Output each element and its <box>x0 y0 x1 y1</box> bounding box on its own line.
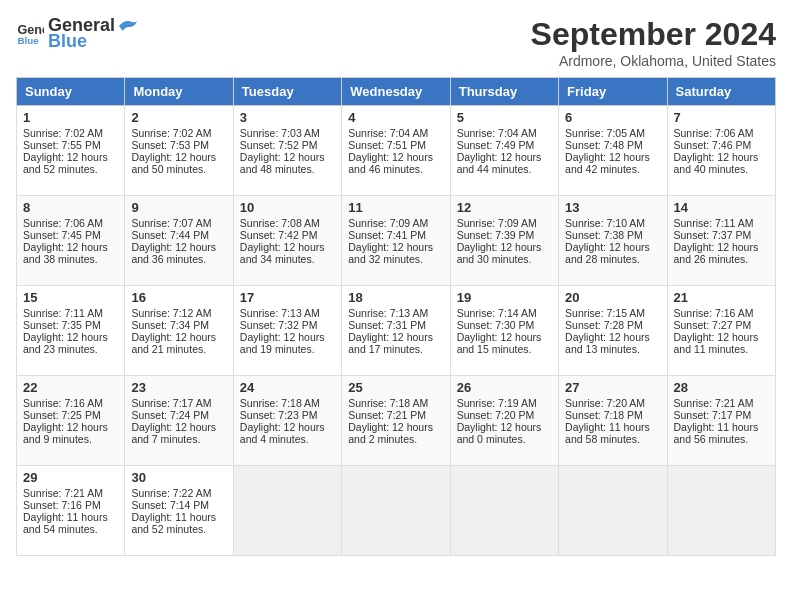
daylight-minutes: and 28 minutes. <box>565 253 640 265</box>
calendar-week-row: 15 Sunrise: 7:11 AM Sunset: 7:35 PM Dayl… <box>17 286 776 376</box>
sunrise-text: Sunrise: 7:22 AM <box>131 487 211 499</box>
daylight-hours: Daylight: 12 hours <box>131 151 216 163</box>
sunrise-text: Sunrise: 7:16 AM <box>674 307 754 319</box>
day-number: 9 <box>131 200 226 215</box>
calendar-table: SundayMondayTuesdayWednesdayThursdayFrid… <box>16 77 776 556</box>
calendar-cell: 5 Sunrise: 7:04 AM Sunset: 7:49 PM Dayli… <box>450 106 558 196</box>
day-number: 26 <box>457 380 552 395</box>
sunrise-text: Sunrise: 7:08 AM <box>240 217 320 229</box>
sunrise-text: Sunrise: 7:09 AM <box>457 217 537 229</box>
calendar-cell: 10 Sunrise: 7:08 AM Sunset: 7:42 PM Dayl… <box>233 196 341 286</box>
sunrise-text: Sunrise: 7:02 AM <box>131 127 211 139</box>
sunset-text: Sunset: 7:14 PM <box>131 499 209 511</box>
header-wednesday: Wednesday <box>342 78 450 106</box>
sunset-text: Sunset: 7:21 PM <box>348 409 426 421</box>
daylight-minutes: and 36 minutes. <box>131 253 206 265</box>
day-number: 2 <box>131 110 226 125</box>
daylight-hours: Daylight: 12 hours <box>23 421 108 433</box>
daylight-minutes: and 38 minutes. <box>23 253 98 265</box>
calendar-cell: 19 Sunrise: 7:14 AM Sunset: 7:30 PM Dayl… <box>450 286 558 376</box>
day-number: 12 <box>457 200 552 215</box>
daylight-hours: Daylight: 12 hours <box>240 331 325 343</box>
daylight-minutes: and 23 minutes. <box>23 343 98 355</box>
page-header: General Blue General Blue September 2024… <box>16 16 776 69</box>
sunset-text: Sunset: 7:27 PM <box>674 319 752 331</box>
daylight-hours: Daylight: 12 hours <box>565 241 650 253</box>
calendar-cell: 21 Sunrise: 7:16 AM Sunset: 7:27 PM Dayl… <box>667 286 775 376</box>
day-number: 6 <box>565 110 660 125</box>
daylight-hours: Daylight: 12 hours <box>23 241 108 253</box>
daylight-minutes: and 56 minutes. <box>674 433 749 445</box>
day-number: 1 <box>23 110 118 125</box>
calendar-cell: 2 Sunrise: 7:02 AM Sunset: 7:53 PM Dayli… <box>125 106 233 196</box>
sunset-text: Sunset: 7:44 PM <box>131 229 209 241</box>
daylight-minutes: and 13 minutes. <box>565 343 640 355</box>
sunset-text: Sunset: 7:32 PM <box>240 319 318 331</box>
daylight-minutes: and 17 minutes. <box>348 343 423 355</box>
calendar-cell: 22 Sunrise: 7:16 AM Sunset: 7:25 PM Dayl… <box>17 376 125 466</box>
calendar-cell <box>667 466 775 556</box>
sunrise-text: Sunrise: 7:06 AM <box>674 127 754 139</box>
daylight-hours: Daylight: 12 hours <box>348 151 433 163</box>
daylight-minutes: and 50 minutes. <box>131 163 206 175</box>
day-number: 10 <box>240 200 335 215</box>
calendar-cell <box>559 466 667 556</box>
sunset-text: Sunset: 7:41 PM <box>348 229 426 241</box>
daylight-minutes: and 32 minutes. <box>348 253 423 265</box>
calendar-cell: 7 Sunrise: 7:06 AM Sunset: 7:46 PM Dayli… <box>667 106 775 196</box>
sunrise-text: Sunrise: 7:02 AM <box>23 127 103 139</box>
sunrise-text: Sunrise: 7:07 AM <box>131 217 211 229</box>
sunrise-text: Sunrise: 7:10 AM <box>565 217 645 229</box>
sunrise-text: Sunrise: 7:05 AM <box>565 127 645 139</box>
sunset-text: Sunset: 7:46 PM <box>674 139 752 151</box>
day-number: 5 <box>457 110 552 125</box>
daylight-hours: Daylight: 12 hours <box>457 331 542 343</box>
calendar-cell: 25 Sunrise: 7:18 AM Sunset: 7:21 PM Dayl… <box>342 376 450 466</box>
svg-text:Blue: Blue <box>17 35 39 46</box>
calendar-cell: 18 Sunrise: 7:13 AM Sunset: 7:31 PM Dayl… <box>342 286 450 376</box>
daylight-minutes: and 46 minutes. <box>348 163 423 175</box>
day-number: 27 <box>565 380 660 395</box>
daylight-minutes: and 11 minutes. <box>674 343 749 355</box>
sunrise-text: Sunrise: 7:09 AM <box>348 217 428 229</box>
daylight-minutes: and 30 minutes. <box>457 253 532 265</box>
daylight-hours: Daylight: 12 hours <box>674 151 759 163</box>
calendar-cell: 17 Sunrise: 7:13 AM Sunset: 7:32 PM Dayl… <box>233 286 341 376</box>
sunrise-text: Sunrise: 7:11 AM <box>674 217 754 229</box>
calendar-cell <box>450 466 558 556</box>
daylight-hours: Daylight: 11 hours <box>131 511 216 523</box>
daylight-hours: Daylight: 12 hours <box>457 421 542 433</box>
calendar-cell: 14 Sunrise: 7:11 AM Sunset: 7:37 PM Dayl… <box>667 196 775 286</box>
header-thursday: Thursday <box>450 78 558 106</box>
daylight-minutes: and 44 minutes. <box>457 163 532 175</box>
daylight-minutes: and 26 minutes. <box>674 253 749 265</box>
daylight-minutes: and 54 minutes. <box>23 523 98 535</box>
daylight-hours: Daylight: 12 hours <box>348 331 433 343</box>
day-number: 21 <box>674 290 769 305</box>
daylight-minutes: and 52 minutes. <box>23 163 98 175</box>
sunrise-text: Sunrise: 7:15 AM <box>565 307 645 319</box>
sunset-text: Sunset: 7:42 PM <box>240 229 318 241</box>
daylight-hours: Daylight: 12 hours <box>240 421 325 433</box>
sunset-text: Sunset: 7:51 PM <box>348 139 426 151</box>
sunset-text: Sunset: 7:18 PM <box>565 409 643 421</box>
daylight-hours: Daylight: 11 hours <box>23 511 108 523</box>
sunset-text: Sunset: 7:34 PM <box>131 319 209 331</box>
daylight-minutes: and 0 minutes. <box>457 433 526 445</box>
day-number: 23 <box>131 380 226 395</box>
sunset-text: Sunset: 7:23 PM <box>240 409 318 421</box>
day-number: 30 <box>131 470 226 485</box>
daylight-hours: Daylight: 12 hours <box>348 241 433 253</box>
calendar-cell <box>342 466 450 556</box>
month-title: September 2024 <box>531 16 776 53</box>
day-number: 4 <box>348 110 443 125</box>
calendar-week-row: 1 Sunrise: 7:02 AM Sunset: 7:55 PM Dayli… <box>17 106 776 196</box>
sunrise-text: Sunrise: 7:21 AM <box>23 487 103 499</box>
daylight-hours: Daylight: 12 hours <box>131 241 216 253</box>
calendar-week-row: 22 Sunrise: 7:16 AM Sunset: 7:25 PM Dayl… <box>17 376 776 466</box>
calendar-cell: 11 Sunrise: 7:09 AM Sunset: 7:41 PM Dayl… <box>342 196 450 286</box>
calendar-cell: 6 Sunrise: 7:05 AM Sunset: 7:48 PM Dayli… <box>559 106 667 196</box>
daylight-minutes: and 21 minutes. <box>131 343 206 355</box>
daylight-minutes: and 52 minutes. <box>131 523 206 535</box>
sunrise-text: Sunrise: 7:20 AM <box>565 397 645 409</box>
